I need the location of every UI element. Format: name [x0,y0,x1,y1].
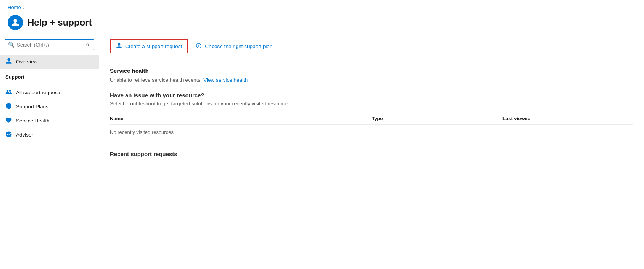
overview-icon [5,58,12,66]
page-title: Help + support [27,17,92,28]
collapse-button[interactable]: « [84,41,91,48]
service-health-message: Unable to retrieve service health events… [110,77,633,83]
sidebar-item-service-health[interactable]: Service Health [0,114,99,128]
service-health-section: Service health Unable to retrieve servic… [110,68,633,83]
service-health-icon [5,117,12,125]
sidebar-divider [5,84,93,84]
main-content: Create a support request Choose the righ… [99,36,644,263]
all-support-icon [5,89,12,97]
sidebar-item-advisor[interactable]: Advisor [0,128,99,142]
view-service-health-link[interactable]: View service health [203,77,248,83]
table-row-empty: No recently visited resources [110,125,633,140]
choose-plan-label: Choose the right support plan [205,43,272,49]
service-health-title: Service health [110,68,633,74]
col-type: Type [372,113,502,125]
sidebar-advisor-label: Advisor [16,132,33,138]
issue-title: Have an issue with your resource? [110,92,633,98]
breadcrumb-home[interactable]: Home [8,5,21,10]
service-health-error: Unable to retrieve service health events [110,77,200,83]
recent-requests-title: Recent support requests [110,151,633,157]
toolbar: Create a support request Choose the righ… [110,36,633,60]
sidebar-support-plans-label: Support Plans [16,104,48,110]
empty-table-message: No recently visited resources [110,125,633,140]
search-box[interactable]: 🔍 « [5,39,94,50]
more-options-button[interactable]: ··· [99,19,105,27]
sidebar-item-support-plans[interactable]: Support Plans [0,100,99,114]
support-section-label: Support [0,69,99,82]
sidebar-service-health-label: Service Health [16,118,50,124]
breadcrumb-separator: › [23,5,25,10]
sidebar-item-all-support[interactable]: All support requests [0,85,99,100]
page-icon [8,15,23,30]
recent-requests-section: Recent support requests [110,151,633,157]
page-header: Help + support ··· [0,12,644,36]
issue-description: Select Troubleshoot to get targeted solu… [110,101,633,106]
col-last-viewed: Last viewed [502,113,633,125]
search-input[interactable] [17,42,82,48]
create-support-request-button[interactable]: Create a support request [110,39,188,53]
create-request-icon [116,43,122,50]
col-name: Name [110,113,372,125]
search-icon: 🔍 [8,42,14,48]
sidebar-all-support-label: All support requests [16,90,61,95]
table-divider [110,143,633,143]
issue-section: Have an issue with your resource? Select… [110,92,633,143]
choose-support-plan-button[interactable]: Choose the right support plan [190,39,279,53]
sidebar-overview-label: Overview [16,59,37,64]
breadcrumb: Home › [0,0,644,12]
resource-table: Name Type Last viewed No recently visite… [110,113,633,140]
sidebar-item-overview[interactable]: Overview [0,55,99,69]
main-layout: 🔍 « Overview Support All support request… [0,36,644,263]
sidebar: 🔍 « Overview Support All support request… [0,36,99,263]
advisor-icon [5,131,12,139]
create-request-label: Create a support request [125,43,182,49]
support-plans-icon [5,103,12,111]
choose-plan-icon [196,43,202,50]
